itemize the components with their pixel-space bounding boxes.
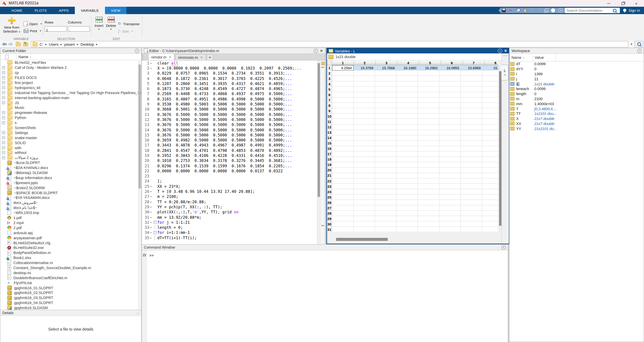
file-row[interactable]: gpghmb16_04.SLDPRT — [0, 300, 141, 305]
editor-tab-nimmosio.m[interactable]: nimmosio.m✕ — [175, 54, 206, 60]
cell-r21c3[interactable] — [375, 173, 396, 179]
sign-in-link[interactable]: Sign In — [628, 9, 640, 13]
cell-r19c7[interactable] — [461, 162, 482, 168]
file-row[interactable]: BLHeli32DefaultsX.cfg — [0, 240, 141, 245]
file-row[interactable]: ~WRL1503.tmp — [0, 210, 141, 215]
editor-message-indicator-icon[interactable] — [321, 62, 325, 65]
cell-r26c7[interactable] — [461, 200, 482, 205]
cell-r29c6[interactable] — [440, 216, 461, 222]
cell-r26c2[interactable] — [354, 200, 375, 205]
cell-r17c8[interactable] — [482, 151, 498, 157]
expand-icon[interactable]: + — [2, 86, 5, 89]
file-list-scrollbar[interactable] — [138, 60, 141, 310]
cell-r10c7[interactable] — [461, 114, 482, 119]
workspace-row-m[interactable]: m2100 — [510, 96, 644, 101]
cell-r26c4[interactable] — [396, 200, 418, 205]
expand-icon[interactable]: + — [2, 156, 5, 159]
cell-r12c7[interactable] — [461, 124, 482, 130]
cell-r12c5[interactable] — [418, 124, 440, 130]
scrollbar-thumb[interactable] — [336, 238, 388, 241]
cell-r9c6[interactable] — [440, 108, 461, 114]
cell-r5c8[interactable] — [482, 87, 498, 92]
cell-r1c7[interactable]: 15.6969 — [461, 65, 482, 71]
cell-r21c7[interactable] — [461, 173, 482, 179]
rows-field[interactable] — [44, 26, 67, 32]
row-header-19[interactable]: 19 — [327, 162, 332, 168]
cell-r11c1[interactable] — [332, 119, 354, 124]
file-row[interactable]: ~$Montaj1.SLDASM — [0, 170, 141, 175]
copy-icon[interactable] — [516, 9, 520, 13]
cell-r1c3[interactable]: 15.7668 — [375, 65, 396, 71]
code-line-8[interactable]: 80.3165 0.4807 0.4951 0.4986 0.4998 0.50… — [142, 96, 325, 102]
cell-r15c3[interactable] — [375, 141, 396, 146]
windows-icon[interactable] — [544, 9, 548, 13]
code-line-34[interactable]: 34−−for i=1:1:mm-1 — [142, 230, 325, 235]
cell-r30c3[interactable] — [375, 222, 396, 227]
code-line-10[interactable]: 100.3668 0.5001 0.5000 0.5000 0.5000 0.5… — [142, 107, 325, 112]
cell-r28c3[interactable] — [375, 211, 396, 216]
cell-r20c1[interactable] — [332, 168, 354, 173]
cell-r27c7[interactable] — [461, 205, 482, 211]
cell-r13c3[interactable] — [375, 130, 396, 135]
cell-r29c4[interactable] — [396, 216, 418, 222]
row-header-17[interactable]: 17 — [327, 151, 332, 157]
cell-r19c8[interactable] — [482, 162, 498, 168]
cell-r3c2[interactable] — [354, 76, 375, 81]
details-collapse-icon[interactable]: ⌄ — [137, 311, 139, 314]
workspace-column-header[interactable]: Name ▲ Value — [510, 54, 644, 62]
file-row[interactable]: +first project — [0, 80, 141, 85]
cell-r28c6[interactable] — [440, 211, 461, 216]
cell-r12c8[interactable] — [482, 124, 498, 130]
cell-r15c5[interactable] — [418, 141, 440, 146]
cell-r25c3[interactable] — [375, 195, 396, 200]
cell-r7c7[interactable] — [461, 98, 482, 103]
expand-icon[interactable]: + — [2, 121, 5, 124]
file-row[interactable]: +FILES DOCS — [0, 75, 141, 80]
workspace-row-j[interactable]: j21 — [510, 76, 644, 81]
cell-r9c5[interactable] — [418, 108, 440, 114]
cell-r22c5[interactable] — [418, 179, 440, 184]
cell-r21c1[interactable] — [332, 173, 354, 179]
cell-r14c7[interactable] — [461, 135, 482, 141]
code-line-29[interactable]: 29−YY = pchip(T, XX(:, :), TT); — [142, 205, 325, 210]
columns-field[interactable] — [68, 26, 90, 32]
cell-r1c6[interactable]: 16.0955 — [440, 65, 461, 71]
more-icon[interactable] — [558, 8, 563, 13]
cell-r5c7[interactable] — [461, 87, 482, 92]
file-row[interactable]: W~$DA KHANALI.docx — [0, 165, 141, 170]
cell-r8c6[interactable] — [440, 103, 461, 108]
expand-icon[interactable]: + — [2, 71, 5, 74]
file-row[interactable]: BLHeli32_HexFiles — [0, 60, 141, 65]
cell-r25c6[interactable] — [440, 195, 461, 200]
code-line-2[interactable]: 2−X = [0.0000 0.0000 0.0000 0.0000 0.102… — [142, 66, 325, 71]
cell-r7c3[interactable] — [375, 98, 396, 103]
cell-r20c8[interactable] — [482, 168, 498, 173]
file-row[interactable]: gpghmb16_02.SLDPRT — [0, 290, 141, 295]
address-dropdown-icon[interactable]: ▼ — [628, 43, 634, 45]
cell-r27c1[interactable] — [332, 205, 354, 211]
workspace-row-YY[interactable]: YY21x2101 do... — [510, 126, 644, 131]
workspace-row-L[interactable]: L1x21 double — [510, 81, 644, 86]
cell-r30c4[interactable] — [396, 222, 418, 227]
cell-r14c3[interactable] — [375, 135, 396, 141]
ribbon-tab-home[interactable]: HOME — [5, 7, 28, 14]
row-header-15[interactable]: 15 — [327, 141, 332, 146]
cell-r25c2[interactable] — [354, 195, 375, 200]
cell-r11c5[interactable] — [418, 119, 440, 124]
editor-tab-nimdor.m[interactable]: nimdor.m✕ — [148, 53, 174, 60]
ribbon-tab-view[interactable]: VIEW — [105, 7, 126, 14]
forward-icon[interactable] — [8, 42, 13, 46]
cell-r27c4[interactable] — [396, 205, 418, 211]
cell-r28c1[interactable] — [332, 211, 354, 216]
file-row[interactable]: gpghmb16_01.SLDPRT — [0, 285, 141, 290]
cell-r17c2[interactable] — [354, 151, 375, 157]
cell-r6c2[interactable] — [354, 92, 375, 97]
cell-r18c7[interactable] — [461, 157, 482, 162]
ribbon-tab-plots[interactable]: PLOTS — [28, 7, 53, 14]
help-icon[interactable] — [551, 9, 555, 13]
code-line-9[interactable]: 90.3538 0.4980 0.5003 0.5000 0.5000 0.50… — [142, 102, 325, 107]
col-header-7[interactable]: 7 — [463, 61, 485, 65]
file-row[interactable]: ~$rotor2.SLDDRW — [0, 185, 141, 190]
editor-scrollbar[interactable] — [317, 61, 320, 245]
code-line-23[interactable]: 23 — [142, 174, 325, 179]
